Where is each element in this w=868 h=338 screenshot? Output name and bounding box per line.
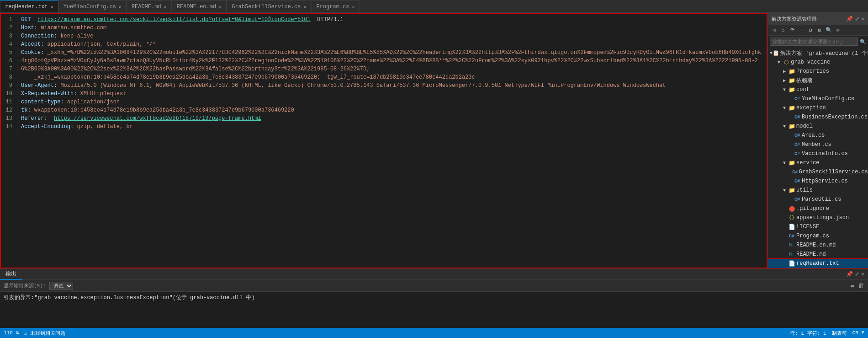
tree-item-ParseUtil[interactable]: C#ParseUtil.cs: [768, 195, 868, 204]
tree-item-READMEen[interactable]: M↓README.en.md: [768, 241, 868, 250]
bottom-expand-icon[interactable]: ⤢: [855, 271, 859, 278]
tree-item-model[interactable]: ▼📁model: [768, 122, 868, 131]
tree-item-properties[interactable]: ▶📁Properties: [768, 67, 868, 76]
tree-label-deps: 依赖项: [796, 77, 813, 85]
tab-README[interactable]: README.md✕: [127, 0, 172, 12]
line-number-7: 7: [4, 65, 12, 73]
tree-item-GrabSeckillService[interactable]: C#GrabSeckillService.cs: [768, 167, 868, 177]
output-content: 引发的异常:"grab vaccine.exception.BusinessEx…: [4, 295, 255, 301]
tree-item-conf[interactable]: ▼📁conf: [768, 85, 868, 94]
bottom-pin-icon[interactable]: 📌: [846, 271, 853, 278]
tab-YueMiaoConfig[interactable]: YueMiaoConfig.cs✕: [58, 0, 127, 12]
tree-item-HttpService[interactable]: C#HttpService.cs: [768, 177, 868, 186]
tree-item-appsettings[interactable]: {}appsettings.json: [768, 213, 868, 222]
code-area[interactable]: GET https://miaomiao.scmttec.com/seckill…: [17, 14, 767, 268]
tab-label: reqHeader.txt: [5, 4, 48, 10]
toolbar-settings-btn[interactable]: ⚙: [834, 26, 842, 34]
tree-item-utils[interactable]: ▼📁utils: [768, 186, 868, 195]
tree-item-solution[interactable]: ▼📋解决方案 'grab-vaccine'(1 个项目/共 1 个): [768, 48, 868, 58]
tree-item-ProgramCS[interactable]: C#Program.cs: [768, 231, 868, 241]
code-line-3: Connection: keep-alive: [21, 32, 763, 40]
folder-icon: 📁: [788, 160, 795, 166]
toolbar-show-all-btn[interactable]: ≡: [797, 26, 805, 34]
line-number-8: 8: [4, 73, 12, 81]
tree-item-exception[interactable]: ▼📁exception: [768, 103, 868, 113]
toolbar-search-btn[interactable]: 🔍: [825, 26, 833, 34]
cs-icon: C#: [794, 115, 801, 120]
issue-indicator[interactable]: ⚠ 未找到相关问题: [24, 330, 65, 337]
folder-icon: 📁: [788, 123, 795, 130]
bottom-close-icon[interactable]: ✕: [861, 271, 864, 278]
close-icon[interactable]: ✕: [861, 16, 864, 22]
cs-icon: C#: [794, 151, 801, 156]
bottom-content: 显示输出来源(S): 调试 ⇌ 🗑 引发的异常:"grab vaccine.ex…: [0, 280, 868, 328]
search-input[interactable]: [770, 38, 858, 46]
code-line-7: User-Agent: Mozilla/5.0 (Windows NT 6.1;…: [21, 81, 763, 90]
tree-item-reqHeaderTxt[interactable]: 📄reqHeader.txt: [768, 259, 868, 268]
tree-label-ParseUtil: ParseUtil.cs: [802, 196, 841, 203]
cs-icon: C#: [794, 197, 801, 202]
tree-item-VaccineInfo[interactable]: C#VaccineInfo.cs: [768, 149, 868, 158]
tree-item-project[interactable]: ▼⬡grab-vaccine: [768, 58, 868, 67]
json-icon: {}: [788, 215, 795, 220]
right-panel: 解决方案资源管理器 📌 ⤢ ✕ ◁ ⌂ ⟳ ≡ ⊟ ⊞ 🔍 ⚙ 🔍 ▼📋解决方案…: [767, 13, 868, 268]
tree-label-READMEen: README.en.md: [796, 242, 836, 248]
expand-icon[interactable]: ⤢: [855, 16, 859, 22]
tab-reqHeader[interactable]: reqHeader.txt✕: [0, 0, 58, 12]
tree-arrow: ▶: [781, 78, 788, 83]
tree-item-YueMiaoConfig[interactable]: C#YueMiaoConfig.cs: [768, 94, 868, 103]
tree-arrow: ▼: [781, 87, 788, 92]
tree-label-Area: Area.cs: [802, 132, 825, 139]
tab-GrabSeckill[interactable]: GrabSeckillService.cs✕: [227, 0, 311, 12]
tree-label-exception: exception: [796, 105, 826, 111]
code-line-10: tk: wxapptoken:10:b458ce4a74d78e19b8b9ea…: [21, 106, 763, 114]
tab-label: Program.cs: [316, 4, 349, 10]
tab-close[interactable]: ✕: [352, 4, 355, 10]
zoom-level[interactable]: 110 %: [4, 330, 19, 336]
tree-item-Area[interactable]: C#Area.cs: [768, 131, 868, 140]
spaces-indicator[interactable]: 制表符: [832, 330, 847, 337]
toolbar-collapse-btn[interactable]: ⊟: [806, 26, 815, 34]
tree-item-gitignore[interactable]: ⬤.gitignore: [768, 204, 868, 213]
tab-READMEen[interactable]: README.en.md✕: [172, 0, 227, 12]
tab-Program[interactable]: Program.cs✕: [311, 0, 360, 12]
solution-icon: 📋: [773, 50, 779, 57]
tab-close[interactable]: ✕: [164, 4, 167, 10]
output-panel: 显示输出来源(S): 调试 ⇌ 🗑 引发的异常:"grab vaccine.ex…: [0, 280, 868, 328]
output-source-select[interactable]: 调试: [49, 282, 73, 290]
line-col-indicator[interactable]: 行: 1 字符: 1: [790, 330, 826, 337]
folder-icon: 📁: [788, 187, 795, 194]
bottom-panels: 输出 📌 ⤢ ✕ 显示输出来源(S): 调试 ⇌ 🗑 引发的异常:"grab v…: [0, 268, 868, 328]
panel-pin-area: 📌 ⤢ ✕: [846, 16, 864, 22]
tree-item-deps[interactable]: ▶📁依赖项: [768, 76, 868, 85]
tree-label-appsettings: appsettings.json: [796, 215, 849, 221]
tab-close[interactable]: ✕: [303, 4, 306, 10]
folder-icon: 📁: [788, 77, 795, 84]
output-wrap-btn[interactable]: ⇌: [851, 282, 854, 290]
tab-close[interactable]: ✕: [51, 4, 53, 10]
pin-icon[interactable]: 📌: [846, 16, 853, 22]
tree-item-READMEmd[interactable]: M↓README.md: [768, 250, 868, 259]
tree-item-BusinessException[interactable]: C#BusinessException.cs: [768, 113, 868, 122]
tree-label-GrabSeckillService: GrabSeckillService.cs: [799, 169, 868, 175]
tab-close[interactable]: ✕: [219, 4, 222, 10]
toolbar-sync-btn[interactable]: ⟳: [788, 26, 796, 34]
tab-label: GrabSeckillService.cs: [232, 4, 301, 10]
tree-label-BusinessException: BusinessException.cs: [802, 114, 868, 120]
tree-item-Member[interactable]: C#Member.cs: [768, 140, 868, 149]
output-text-area: 引发的异常:"grab vaccine.exception.BusinessEx…: [0, 292, 868, 328]
status-right: 行: 1 字符: 1 制表符 CRLF: [790, 330, 864, 337]
solution-explorer-header: 解决方案资源管理器 📌 ⤢ ✕: [768, 13, 868, 25]
toolbar-back-btn[interactable]: ◁: [770, 26, 778, 34]
search-panel: 🔍: [768, 36, 868, 48]
output-clear-btn[interactable]: 🗑: [858, 282, 864, 290]
tree-item-service[interactable]: ▼📁service: [768, 158, 868, 167]
encoding-indicator[interactable]: CRLF: [852, 330, 864, 336]
tab-close[interactable]: ✕: [119, 4, 122, 10]
tree-item-LICENSE[interactable]: 📄LICENSE: [768, 222, 868, 231]
tab-output[interactable]: 输出: [0, 269, 22, 280]
toolbar-home-btn[interactable]: ⌂: [779, 26, 787, 34]
tree-label-model: model: [796, 123, 813, 129]
tab-label: README.en.md: [177, 4, 216, 10]
toolbar-props-btn[interactable]: ⊞: [815, 26, 824, 34]
